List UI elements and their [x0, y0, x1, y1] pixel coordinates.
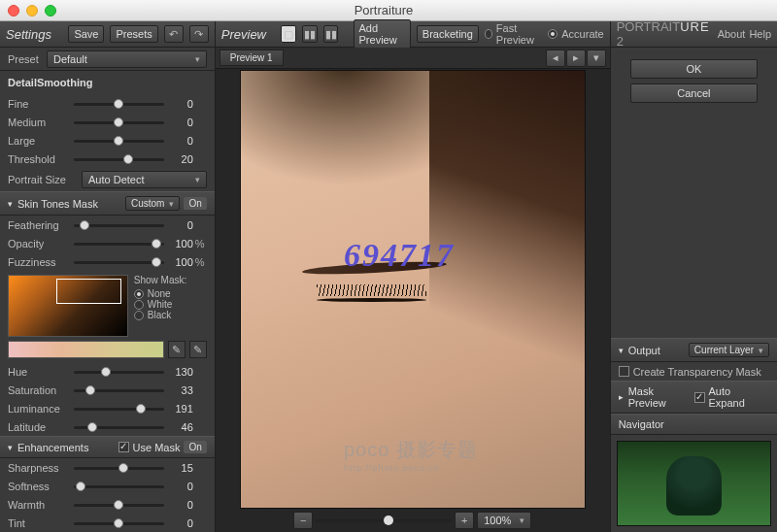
sharpness-slider[interactable] — [74, 461, 164, 475]
threshold-label: Threshold — [8, 153, 74, 165]
minimize-window-button[interactable] — [26, 5, 38, 17]
opacity-value: 100 — [164, 238, 193, 249]
fine-label: Fine — [8, 98, 74, 110]
preview-image-area[interactable]: 694717 poco 摄影专题 http://photo.poco.cn — [216, 69, 610, 509]
large-label: Large — [8, 135, 74, 147]
titlebar: Portraiture — [0, 0, 777, 21]
presets-button[interactable]: Presets — [110, 25, 157, 43]
luminance-label: Luminance — [8, 403, 74, 415]
softness-value: 0 — [164, 481, 193, 492]
saturation-label: Saturation — [8, 384, 74, 396]
about-link[interactable]: About — [718, 28, 746, 40]
skin-tones-on-toggle[interactable]: On — [184, 197, 206, 210]
add-preview-button[interactable]: Add Preview — [354, 19, 411, 49]
luminance-slider[interactable] — [74, 402, 164, 416]
eyedropper-icon[interactable]: ✎ — [168, 341, 186, 358]
preview-title: Preview — [221, 27, 266, 42]
cancel-button[interactable]: Cancel — [630, 83, 758, 103]
settings-panel: Settings Save Presets ↶ ↷ Preset Default… — [0, 21, 216, 532]
view-split-v-icon[interactable]: ▮▮ — [323, 25, 339, 43]
color-gradient-picker[interactable] — [8, 275, 128, 337]
hue-label: Hue — [8, 366, 74, 378]
overlay-number: 694717 — [344, 237, 455, 274]
expand-icon[interactable]: ▾ — [619, 346, 624, 355]
threshold-value: 20 — [164, 153, 193, 165]
view-split-h-icon[interactable]: ▮▮ — [302, 25, 318, 43]
detail-smoothing-title: DetailSmoothing — [0, 71, 215, 94]
portrait-size-select[interactable]: Auto Detect — [82, 171, 207, 188]
enhancements-on-toggle[interactable]: On — [184, 441, 206, 453]
mask-none-radio[interactable]: None — [134, 288, 207, 299]
redo-icon[interactable]: ↷ — [189, 25, 209, 43]
show-mask-label: Show Mask: — [134, 275, 207, 285]
skin-tone-strip[interactable] — [8, 341, 164, 358]
accurate-preview-radio[interactable]: Accurate — [548, 28, 603, 40]
auto-expand-checkbox[interactable] — [694, 392, 705, 403]
expand-icon[interactable]: ▸ — [619, 392, 624, 402]
skin-tones-custom-select[interactable]: Custom — [125, 196, 180, 211]
hue-slider[interactable] — [74, 365, 164, 379]
mask-white-radio[interactable]: White — [134, 299, 207, 310]
tab-next-icon[interactable]: ▸ — [566, 50, 586, 67]
fast-preview-radio[interactable]: Fast Preview — [485, 22, 542, 46]
output-layer-select[interactable]: Current Layer — [689, 343, 769, 357]
warmth-value: 0 — [164, 499, 193, 511]
window-title: Portraiture — [63, 3, 704, 17]
medium-value: 0 — [164, 116, 193, 128]
view-single-icon[interactable]: ▢ — [281, 25, 296, 43]
saturation-value: 33 — [164, 384, 193, 396]
help-link[interactable]: Help — [749, 28, 771, 40]
expand-icon[interactable]: ▾ — [8, 199, 13, 209]
fine-slider[interactable] — [74, 97, 164, 111]
output-title: Output — [628, 345, 660, 356]
zoom-in-button[interactable]: + — [455, 512, 474, 529]
softness-slider[interactable] — [74, 480, 164, 493]
fuzziness-slider[interactable] — [74, 255, 164, 269]
opacity-slider[interactable] — [74, 237, 164, 250]
watermark: poco 摄影专题 http://photo.poco.cn — [344, 437, 478, 473]
sharpness-value: 15 — [164, 462, 193, 474]
preset-select[interactable]: Default — [47, 50, 207, 68]
navigator-title: Navigator — [619, 418, 664, 430]
brand-logo: PORTRAITURE 2 — [617, 19, 710, 49]
tint-slider[interactable] — [74, 516, 164, 530]
latitude-slider[interactable] — [74, 420, 164, 434]
preset-label: Preset — [8, 53, 47, 65]
zoom-window-button[interactable] — [45, 5, 56, 17]
preview-tab-1[interactable]: Preview 1 — [220, 50, 284, 66]
use-mask-checkbox[interactable] — [118, 442, 129, 452]
large-slider[interactable] — [74, 134, 164, 148]
zoom-slider[interactable] — [316, 519, 452, 522]
enhancements-title: Enhancements — [17, 442, 88, 453]
mask-preview-title: Mask Preview — [628, 385, 694, 409]
opacity-label: Opacity — [8, 238, 74, 249]
latitude-label: Latitude — [8, 421, 74, 433]
ok-button[interactable]: OK — [630, 59, 758, 79]
skin-tones-title: Skin Tones Mask — [17, 198, 98, 210]
large-value: 0 — [164, 135, 193, 147]
eyedropper-minus-icon[interactable]: ✎ — [189, 341, 207, 358]
tab-prev-icon[interactable]: ◂ — [546, 50, 565, 67]
expand-icon[interactable]: ▾ — [8, 443, 13, 452]
auto-expand-label: Auto Expand — [709, 385, 769, 409]
save-button[interactable]: Save — [68, 25, 104, 43]
undo-icon[interactable]: ↶ — [164, 25, 184, 43]
feathering-slider[interactable] — [74, 218, 164, 232]
preview-panel: Preview ▢ ▮▮ ▮▮ Add Preview Bracketing F… — [216, 21, 611, 532]
bracketing-button[interactable]: Bracketing — [417, 25, 479, 43]
medium-slider[interactable] — [74, 116, 164, 129]
navigator-thumbnail[interactable] — [617, 441, 771, 526]
sharpness-label: Sharpness — [8, 462, 74, 474]
transparency-mask-checkbox[interactable] — [619, 366, 629, 377]
close-window-button[interactable] — [8, 5, 19, 17]
tint-label: Tint — [8, 517, 74, 529]
settings-title: Settings — [6, 27, 51, 42]
threshold-slider[interactable] — [74, 152, 164, 166]
feathering-label: Feathering — [8, 219, 74, 231]
warmth-slider[interactable] — [74, 498, 164, 512]
zoom-select[interactable]: 100% — [477, 512, 531, 529]
mask-black-radio[interactable]: Black — [134, 310, 207, 320]
zoom-out-button[interactable]: − — [293, 512, 313, 529]
tab-menu-icon[interactable]: ▾ — [587, 50, 606, 67]
saturation-slider[interactable] — [74, 383, 164, 397]
